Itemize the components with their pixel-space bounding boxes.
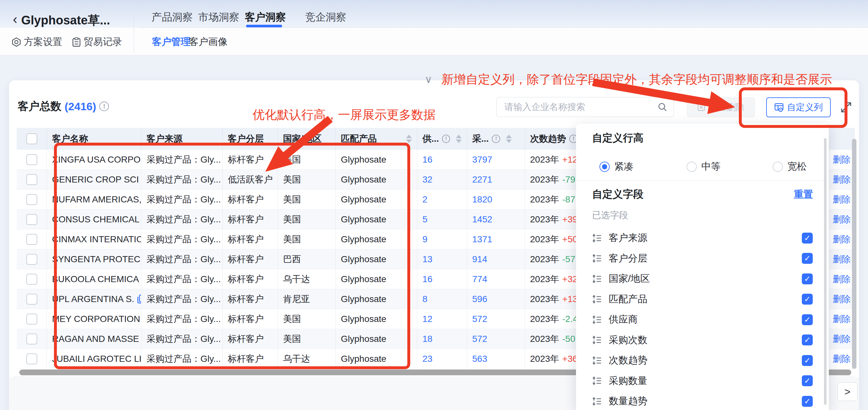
suppliers-value[interactable]: 5	[423, 214, 428, 225]
delete-link[interactable]: 删除	[833, 333, 851, 345]
subtab-customer-profile[interactable]: 客户画像	[189, 35, 227, 49]
delete-link[interactable]: 删除	[833, 293, 851, 305]
row-checkbox[interactable]	[26, 274, 37, 285]
delete-link[interactable]: 删除	[833, 253, 851, 265]
drag-handle-icon[interactable]	[592, 376, 602, 386]
field-checkbox[interactable]: ✓	[802, 396, 813, 407]
field-checkbox[interactable]: ✓	[802, 314, 813, 325]
next-page-button[interactable]: >	[837, 382, 858, 401]
field-checkbox[interactable]: ✓	[802, 334, 813, 345]
suppliers-value[interactable]: 13	[423, 254, 432, 264]
reset-fields-link[interactable]: 重置	[794, 188, 813, 201]
purchase-count-value[interactable]: 563	[472, 354, 487, 364]
field-checkbox[interactable]: ✓	[802, 294, 813, 304]
main-tab-4[interactable]: 竞企洞察	[305, 10, 346, 24]
select-all-checkbox[interactable]	[26, 133, 37, 144]
main-tab-3[interactable]: 客户洞察	[245, 10, 286, 24]
copy-icon[interactable]	[137, 294, 141, 304]
delete-link[interactable]: 删除	[833, 313, 851, 325]
purchase-count-value[interactable]: 1371	[472, 234, 492, 244]
radio-icon[interactable]	[686, 162, 697, 172]
main-tab-1[interactable]: 产品洞察	[152, 10, 193, 24]
suppliers-value[interactable]: 16	[423, 274, 432, 284]
row-checkbox[interactable]	[26, 353, 37, 364]
purchase-count-value[interactable]: 3797	[472, 154, 492, 165]
sort-icons[interactable]	[406, 135, 412, 143]
radio-icon[interactable]	[773, 162, 783, 172]
field-checkbox[interactable]: ✓	[802, 375, 813, 386]
drag-handle-icon[interactable]	[592, 315, 602, 325]
delete-link[interactable]: 删除	[833, 154, 851, 166]
batch-delete-button[interactable]: 批量删除	[687, 97, 755, 117]
action-label: 方案设置	[24, 35, 62, 49]
drag-handle-icon[interactable]	[592, 233, 602, 243]
purchase-count-value[interactable]: 2271	[472, 174, 492, 185]
suppliers-value[interactable]: 12	[423, 314, 432, 324]
fullscreen-toggle[interactable]	[840, 101, 852, 114]
row-checkbox[interactable]	[26, 194, 37, 205]
suppliers-value[interactable]: 2	[423, 195, 428, 205]
purchase-count-value[interactable]: 572	[472, 334, 487, 344]
row-checkbox[interactable]	[26, 314, 37, 325]
purchase-count-value[interactable]: 914	[472, 254, 487, 264]
back-icon[interactable]: ‹	[13, 12, 17, 26]
field-checkbox[interactable]: ✓	[802, 253, 813, 264]
row-height-option-1[interactable]: 紧凑	[599, 160, 633, 173]
delete-link[interactable]: 删除	[833, 353, 851, 365]
row-checkbox[interactable]	[26, 294, 37, 304]
main-tab-2[interactable]: 市场洞察	[198, 10, 239, 24]
collapse-chevron-icon[interactable]: ∨	[425, 73, 432, 85]
row-checkbox[interactable]	[26, 234, 37, 245]
total-info-icon[interactable]: !	[99, 101, 109, 111]
purchase-count-value[interactable]: 1452	[472, 214, 492, 225]
drag-handle-icon[interactable]	[592, 254, 602, 263]
customer-name-cell: JUBAILI AGROTEC LI	[47, 349, 141, 369]
sort-icons[interactable]	[506, 135, 512, 143]
drag-handle-icon[interactable]	[592, 294, 602, 304]
plan-settings-icon	[11, 37, 21, 47]
field-checkbox[interactable]: ✓	[802, 233, 813, 243]
customize-columns-button[interactable]: 自定义列	[766, 97, 831, 117]
suppliers-value[interactable]: 23	[423, 354, 432, 364]
subtab-customer-management[interactable]: 客户管理	[152, 35, 190, 49]
purchase-count-value[interactable]: 774	[472, 274, 487, 284]
top-bar: ‹ Glyphosate草... 产品洞察市场洞察客户洞察竞企洞察	[0, 0, 868, 28]
drag-handle-icon[interactable]	[592, 335, 602, 345]
purchase-count-value[interactable]: 596	[472, 294, 487, 304]
delete-link[interactable]: 删除	[833, 213, 851, 226]
delete-link[interactable]: 删除	[833, 233, 851, 245]
row-height-option-2[interactable]: 中等	[686, 160, 720, 173]
action-plan-settings[interactable]: 方案设置	[11, 35, 62, 49]
row-checkbox[interactable]	[26, 154, 37, 165]
row-height-option-3[interactable]: 宽松	[773, 160, 807, 173]
suppliers-value[interactable]: 18	[423, 334, 432, 344]
drag-handle-icon[interactable]	[592, 397, 602, 406]
suppliers-value[interactable]: 16	[423, 154, 432, 165]
radio-icon[interactable]	[599, 162, 610, 172]
row-checkbox[interactable]	[26, 214, 37, 225]
info-icon[interactable]: !	[442, 135, 450, 143]
delete-link[interactable]: 删除	[833, 273, 851, 285]
suppliers-value[interactable]: 8	[423, 294, 428, 304]
search-input[interactable]	[504, 102, 658, 112]
purchase-count-value[interactable]: 1820	[472, 195, 492, 205]
row-checkbox[interactable]	[26, 254, 37, 265]
row-checkbox[interactable]	[26, 333, 37, 345]
row-select-cell	[17, 209, 47, 229]
action-trade-records[interactable]: 贸易记录	[72, 35, 122, 49]
sort-icons[interactable]	[456, 135, 462, 143]
suppliers-value[interactable]: 32	[423, 174, 432, 185]
purchase-count-value[interactable]: 572	[472, 314, 487, 324]
drag-handle-icon[interactable]	[592, 274, 602, 284]
delete-link[interactable]: 删除	[833, 194, 851, 206]
row-checkbox[interactable]	[26, 174, 37, 185]
field-checkbox[interactable]: ✓	[802, 273, 813, 284]
vscrollbar-thumb[interactable]	[852, 139, 857, 369]
delete-link[interactable]: 删除	[833, 174, 851, 186]
panel-scrollbar-thumb[interactable]	[824, 138, 827, 405]
drag-handle-icon[interactable]	[592, 356, 602, 365]
search-icon[interactable]	[658, 102, 667, 112]
field-checkbox[interactable]: ✓	[802, 355, 813, 366]
info-icon[interactable]: !	[492, 135, 500, 143]
suppliers-value[interactable]: 9	[423, 234, 428, 244]
